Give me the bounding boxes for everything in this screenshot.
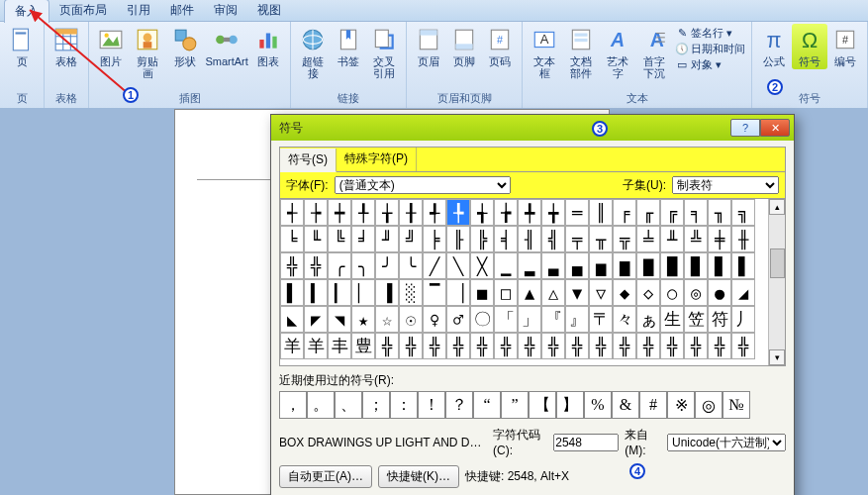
tab-references[interactable]: 引用 bbox=[117, 0, 160, 22]
recent-symbol-cell[interactable]: 、 bbox=[335, 391, 362, 419]
footer-button[interactable]: 页脚 bbox=[446, 24, 482, 69]
recent-symbol-cell[interactable]: № bbox=[723, 391, 750, 419]
symbol-cell[interactable]: ╆ bbox=[494, 199, 518, 226]
symbol-cell[interactable]: ═ bbox=[565, 199, 589, 226]
symbol-cell[interactable]: ╬ bbox=[446, 333, 470, 359]
symbol-cell[interactable]: ▲ bbox=[518, 279, 541, 306]
symbol-cell[interactable]: ╣ bbox=[541, 226, 565, 252]
from-select[interactable]: Unicode(十六进制) bbox=[667, 434, 786, 451]
symbol-cell[interactable]: ╨ bbox=[660, 226, 684, 252]
symbol-cell[interactable]: 」 bbox=[518, 306, 541, 333]
recent-symbol-cell[interactable]: ， bbox=[279, 391, 307, 419]
symbol-cell[interactable]: ╪ bbox=[708, 226, 731, 252]
symbol-cell[interactable]: ▌ bbox=[280, 279, 304, 306]
symbol-cell[interactable]: 丿 bbox=[731, 306, 755, 333]
chart-button[interactable]: 图表 bbox=[250, 24, 286, 69]
table-button[interactable]: 表格 bbox=[48, 24, 84, 69]
symbol-cell[interactable]: ╬ bbox=[423, 333, 446, 359]
symbol-cell[interactable]: ╰ bbox=[399, 252, 423, 279]
scroll-thumb[interactable] bbox=[770, 248, 785, 278]
symbol-cell[interactable]: 丰 bbox=[328, 333, 351, 359]
symbol-cell[interactable]: ╘ bbox=[280, 226, 304, 252]
symbol-cell[interactable]: ╯ bbox=[375, 252, 399, 279]
tab-mailings[interactable]: 邮件 bbox=[160, 0, 204, 22]
symbol-cell[interactable]: ╙ bbox=[304, 226, 328, 252]
symbol-cell[interactable]: ○ bbox=[660, 279, 684, 306]
font-select[interactable]: (普通文本) bbox=[335, 176, 511, 194]
wordart-button[interactable]: A艺术字 bbox=[600, 24, 635, 81]
symbol-cell[interactable]: 羊 bbox=[280, 333, 304, 359]
symbol-cell[interactable]: ▇ bbox=[636, 252, 660, 279]
symbol-cell[interactable]: ┾ bbox=[304, 199, 328, 226]
symbol-cell[interactable]: ╥ bbox=[589, 226, 613, 252]
symbol-cell[interactable]: ╖ bbox=[708, 199, 731, 226]
symbol-cell[interactable]: ▽ bbox=[589, 279, 613, 306]
tab-view[interactable]: 视图 bbox=[247, 0, 291, 22]
clipart-button[interactable]: 剪贴画 bbox=[129, 24, 167, 81]
symbol-cell[interactable]: ▐ bbox=[375, 279, 399, 306]
symbol-cell[interactable]: 〒 bbox=[589, 306, 613, 333]
scroll-down-button[interactable]: ▾ bbox=[769, 349, 785, 365]
recent-symbol-cell[interactable]: # bbox=[639, 391, 667, 419]
symbol-cell[interactable]: ▅ bbox=[589, 252, 613, 279]
bookmark-button[interactable]: 书签 bbox=[331, 24, 366, 69]
smartart-button[interactable]: SmartArt bbox=[203, 24, 251, 69]
quickparts-button[interactable]: 文档部件 bbox=[562, 24, 600, 81]
symbol-cell[interactable]: △ bbox=[541, 279, 565, 306]
symbol-cell[interactable]: □ bbox=[494, 279, 518, 306]
symbol-cell[interactable]: ╬ bbox=[518, 333, 541, 359]
symbol-button[interactable]: Ω符号 bbox=[792, 24, 827, 69]
symbol-cell[interactable]: ╗ bbox=[731, 199, 755, 226]
symbol-cell[interactable]: ╠ bbox=[470, 226, 494, 252]
textbox-button[interactable]: A文本框 bbox=[527, 24, 562, 81]
symbol-cell[interactable]: ╬ bbox=[541, 333, 565, 359]
signature-line-button[interactable]: ✎签名行 ▾ bbox=[675, 26, 745, 41]
hyperlink-button[interactable]: 超链接 bbox=[295, 24, 331, 81]
symbol-cell[interactable]: ▃ bbox=[541, 252, 565, 279]
symbol-cell[interactable]: ╢ bbox=[518, 226, 541, 252]
symbol-cell[interactable]: ╬ bbox=[304, 252, 328, 279]
symbol-cell[interactable]: 』 bbox=[565, 306, 589, 333]
object-button[interactable]: ▭对象 ▾ bbox=[675, 57, 745, 72]
symbol-cell[interactable]: ╃ bbox=[423, 199, 446, 226]
symbol-cell[interactable]: ◢ bbox=[731, 279, 755, 306]
symbol-cell[interactable]: ● bbox=[708, 279, 731, 306]
symbol-cell[interactable]: ╮ bbox=[351, 252, 375, 279]
symbol-cell[interactable]: ぁ bbox=[636, 306, 660, 333]
symbol-cell[interactable]: ╟ bbox=[446, 226, 470, 252]
tab-insert[interactable]: 备入 bbox=[4, 0, 49, 23]
symbol-cell[interactable]: ╁ bbox=[375, 199, 399, 226]
symbol-cell[interactable]: ▆ bbox=[613, 252, 636, 279]
symbol-cell[interactable]: ■ bbox=[470, 279, 494, 306]
recent-symbol-cell[interactable]: ◎ bbox=[695, 391, 723, 419]
symbol-cell[interactable]: █ bbox=[660, 252, 684, 279]
symbol-cell[interactable]: ╕ bbox=[684, 199, 708, 226]
symbol-cell[interactable]: ◤ bbox=[304, 306, 328, 333]
recent-symbol-cell[interactable]: % bbox=[584, 391, 612, 419]
symbol-cell[interactable]: ╫ bbox=[731, 226, 755, 252]
symbol-cell[interactable]: 笠 bbox=[684, 306, 708, 333]
recent-symbol-cell[interactable]: ： bbox=[390, 391, 418, 419]
symbol-cell[interactable]: ╬ bbox=[494, 333, 518, 359]
symbol-cell[interactable]: ╬ bbox=[375, 333, 399, 359]
symbol-cell[interactable]: ╒ bbox=[613, 199, 636, 226]
symbol-cell[interactable]: ▏ bbox=[351, 279, 375, 306]
tab-symbols[interactable]: 符号(S) bbox=[280, 148, 337, 172]
tab-page-layout[interactable]: 页面布局 bbox=[49, 0, 117, 22]
symbol-cell[interactable]: ♂ bbox=[446, 306, 470, 333]
symbol-cell[interactable]: ╭ bbox=[328, 252, 351, 279]
recent-symbol-cell[interactable]: 。 bbox=[307, 391, 335, 419]
symbol-cell[interactable]: ▼ bbox=[565, 279, 589, 306]
symbol-cell[interactable]: ╓ bbox=[636, 199, 660, 226]
symbol-cell[interactable]: 羊 bbox=[304, 333, 328, 359]
symbol-cell[interactable]: ♀ bbox=[423, 306, 446, 333]
symbol-cell[interactable]: ★ bbox=[351, 306, 375, 333]
number-button[interactable]: #编号 bbox=[827, 24, 863, 69]
symbol-cell[interactable]: ▋ bbox=[731, 252, 755, 279]
symbol-cell[interactable]: ╇ bbox=[518, 199, 541, 226]
symbol-cell[interactable]: ╤ bbox=[565, 226, 589, 252]
symbol-cell[interactable]: ╬ bbox=[684, 333, 708, 359]
symbol-cell[interactable]: ╀ bbox=[351, 199, 375, 226]
symbol-cell[interactable]: ╬ bbox=[399, 333, 423, 359]
scroll-up-button[interactable]: ▴ bbox=[769, 199, 785, 215]
